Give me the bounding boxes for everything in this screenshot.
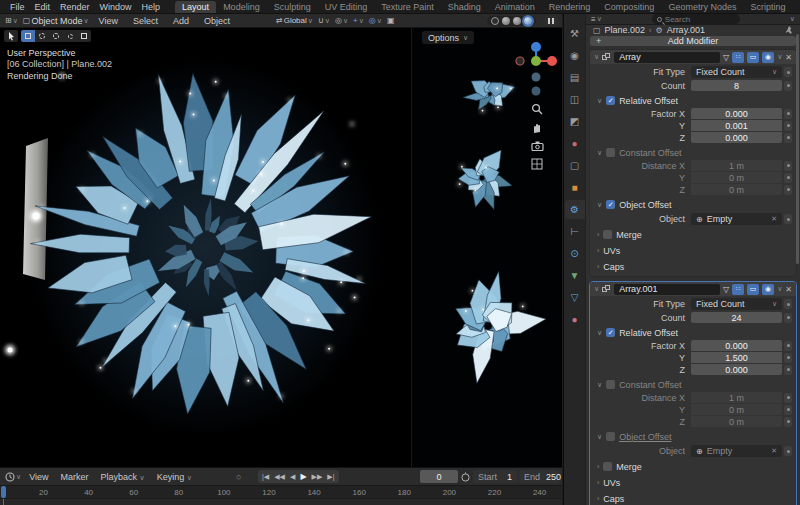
constant-offset-checkbox[interactable]	[606, 380, 615, 389]
animate-dot[interactable]	[784, 214, 792, 224]
pause-icon[interactable]	[545, 16, 557, 26]
play-button[interactable]: ▶	[300, 472, 306, 481]
distance-y-field[interactable]: 0 m	[691, 404, 782, 415]
timeline-tracks[interactable]	[0, 498, 562, 505]
auto-keying-toggle[interactable]: ○	[236, 470, 241, 483]
merge-checkbox[interactable]	[603, 230, 612, 239]
collapse-icon[interactable]: ∨	[594, 53, 599, 61]
merge-section[interactable]: › Merge	[590, 460, 796, 473]
tab-shading[interactable]: Shading	[441, 1, 488, 13]
timeline-menu-view[interactable]: View	[25, 472, 52, 482]
tab-scripting[interactable]: Scripting	[743, 1, 792, 13]
count-field[interactable]: 8	[691, 80, 782, 91]
shading-material-icon[interactable]	[513, 17, 521, 25]
animate-dot[interactable]	[784, 353, 792, 363]
cursor-tool-button[interactable]	[63, 30, 77, 42]
distance-y-field[interactable]: 0 m	[691, 172, 782, 183]
tab-geometry-nodes[interactable]: Geometry Nodes	[661, 1, 743, 13]
proportional-editing-selector[interactable]: ◎∨	[335, 16, 348, 25]
uvs-section[interactable]: › UVs	[590, 476, 796, 489]
modifier-toggle-editmode-icon[interactable]: ∷	[732, 52, 744, 63]
timeline-menu-keying[interactable]: Keying ∨	[153, 472, 196, 482]
menu-window[interactable]: Window	[95, 2, 137, 12]
menu-render[interactable]: Render	[55, 2, 95, 12]
frame-start-field[interactable]: Start 1	[473, 470, 517, 483]
overlays-toggle[interactable]: ◎∨	[369, 16, 382, 25]
options-dropdown[interactable]: Options ∨	[422, 31, 474, 44]
tab-view-layer-icon[interactable]: ◫	[565, 90, 585, 109]
relative-offset-checkbox[interactable]: ✓	[606, 328, 615, 337]
constant-offset-checkbox[interactable]	[606, 148, 615, 157]
distance-z-field[interactable]: 0 m	[691, 184, 782, 195]
object-offset-section[interactable]: ∨ Object Offset	[590, 430, 796, 443]
relative-offset-section[interactable]: ∨ ✓ Relative Offset	[590, 94, 796, 107]
relative-offset-section[interactable]: ∨ ✓ Relative Offset	[590, 326, 796, 339]
factor-x-field[interactable]: 0.000	[691, 108, 782, 119]
constant-offset-section[interactable]: ∨ Constant Offset	[590, 378, 796, 391]
shading-wireframe-icon[interactable]	[491, 17, 499, 25]
merge-checkbox[interactable]	[603, 462, 612, 471]
transform-orientation-selector[interactable]: ⇄ Global ∨	[276, 16, 313, 25]
playhead[interactable]	[1, 486, 6, 498]
factor-z-field[interactable]: 0.000	[691, 364, 782, 375]
distance-x-field[interactable]: 1 m	[691, 160, 782, 171]
viewport-menu-view[interactable]: View	[94, 16, 123, 26]
menu-edit[interactable]: Edit	[30, 2, 56, 12]
breadcrumb-modifier[interactable]: Array.001	[667, 25, 705, 35]
modifier-toggle-realtime-icon[interactable]: ▭	[747, 52, 759, 63]
add-modifier-button[interactable]: + Add Modifier	[590, 36, 796, 46]
jump-to-start-button[interactable]: |◀	[262, 473, 269, 481]
prev-keyframe-button[interactable]: ◀◀	[274, 473, 285, 481]
object-offset-checkbox[interactable]: ✓	[606, 200, 615, 209]
fit-type-dropdown[interactable]: Fixed Count ∨	[691, 298, 782, 310]
tab-modifiers-icon[interactable]: ⚙	[565, 200, 585, 219]
factor-y-field[interactable]: 0.001	[691, 120, 782, 131]
tab-animation[interactable]: Animation	[488, 1, 542, 13]
constant-offset-section[interactable]: ∨ Constant Offset	[590, 146, 796, 159]
animate-dot[interactable]	[784, 313, 792, 323]
timeline-menu-playback[interactable]: Playback ∨	[97, 472, 149, 482]
tab-world-icon[interactable]: ●	[565, 134, 585, 153]
uvs-section[interactable]: › UVs	[590, 244, 796, 257]
tab-modeling[interactable]: Modeling	[216, 1, 267, 13]
merge-section[interactable]: › Merge	[590, 228, 796, 241]
modifier-delete-button[interactable]: ✕	[785, 285, 792, 294]
editor-type-viewport-icon[interactable]: ⊞∨	[5, 16, 18, 25]
animate-dot[interactable]	[784, 81, 792, 91]
zoom-icon[interactable]	[531, 103, 543, 115]
modifier-toggle-render-icon[interactable]: ◉	[762, 284, 774, 295]
tab-physics-icon[interactable]: ⊙	[565, 244, 585, 263]
main-3d-viewport[interactable]: User Perspective [06 Collection] | Plane…	[0, 28, 411, 467]
clear-object-icon[interactable]: ✕	[771, 447, 777, 455]
modifier-toggle-render-icon[interactable]: ◉	[762, 52, 774, 63]
modifier-extras-dropdown[interactable]: ∨	[777, 53, 782, 61]
select-tool-button[interactable]	[4, 30, 18, 42]
animate-dot[interactable]	[784, 67, 792, 77]
object-offset-section[interactable]: ∨ ✓ Object Offset	[590, 198, 796, 211]
play-reverse-button[interactable]: ◀	[290, 473, 295, 481]
animate-dot[interactable]	[784, 173, 792, 183]
tab-material-icon[interactable]: ●	[565, 310, 585, 329]
collapse-icon[interactable]: ∨	[594, 285, 599, 293]
shading-rendered-icon[interactable]	[524, 17, 532, 25]
next-keyframe-button[interactable]: ▶▶	[312, 473, 323, 481]
tab-layout[interactable]: Layout	[175, 1, 216, 13]
animate-dot[interactable]	[784, 121, 792, 131]
snapping-selector[interactable]: ∪∨	[318, 16, 330, 25]
circle-select-tool-button[interactable]	[35, 30, 49, 42]
clear-object-icon[interactable]: ✕	[771, 215, 777, 223]
modifier-toggle-realtime-icon[interactable]: ▭	[747, 284, 759, 295]
tab-rendering[interactable]: Rendering	[542, 1, 598, 13]
menu-file[interactable]: File	[5, 2, 30, 12]
animate-dot[interactable]	[784, 417, 792, 427]
add-workspace-button[interactable]: +	[792, 1, 800, 13]
tab-output-icon[interactable]: ▤	[565, 68, 585, 87]
tab-tool-icon[interactable]: ⚒	[565, 24, 585, 43]
properties-filter-dropdown[interactable]: ∨	[790, 15, 795, 23]
modifier-toggle-editmode-icon[interactable]: ∷	[732, 284, 744, 295]
animate-dot[interactable]	[784, 393, 792, 403]
xray-toggle[interactable]: ▣	[387, 16, 395, 25]
lasso-select-tool-button[interactable]	[49, 30, 63, 42]
tab-render-icon[interactable]: ◉	[565, 46, 585, 65]
caps-section[interactable]: › Caps	[590, 492, 796, 505]
